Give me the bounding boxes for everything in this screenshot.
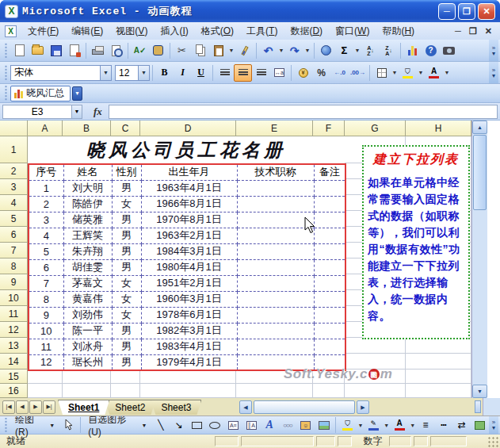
menu-e[interactable]: 编辑(E) — [65, 23, 109, 39]
table-cell[interactable]: 储英雅 — [63, 212, 112, 228]
menu-w[interactable]: 窗口(W) — [329, 23, 376, 39]
last-sheet-icon[interactable]: ▶| — [43, 400, 55, 414]
redo-dropdown[interactable]: ▼ — [303, 42, 311, 59]
vertical-textbox-icon[interactable]: ║A — [242, 416, 261, 434]
save-button[interactable] — [47, 42, 65, 59]
table-cell[interactable] — [237, 228, 314, 243]
fill-color-dropdown[interactable]: ▼ — [357, 416, 365, 434]
scroll-left-icon[interactable]: ◀ — [239, 400, 252, 414]
workbook-close-button[interactable]: ✕ — [485, 26, 492, 36]
cell-A16[interactable] — [28, 384, 63, 398]
table-cell[interactable] — [237, 339, 314, 354]
wordart-icon[interactable]: A — [261, 416, 279, 434]
line-color-dropdown[interactable]: ▼ — [383, 416, 391, 434]
column-header-e[interactable]: E — [236, 121, 313, 136]
table-cell[interactable]: 朱卉翔 — [63, 243, 112, 259]
row-header-6[interactable]: 6 — [0, 227, 28, 243]
menu-o[interactable]: 格式(O) — [195, 23, 240, 39]
row-header-4[interactable]: 4 — [0, 195, 28, 211]
toolbar-options-icon[interactable]: »▾ — [489, 62, 498, 83]
table-cell[interactable]: 10 — [29, 323, 63, 339]
table-cell[interactable]: 男 — [112, 243, 141, 259]
chevron-down-icon[interactable]: ▼ — [138, 66, 149, 80]
table-cell[interactable]: 琚长州 — [63, 354, 112, 370]
table-cell[interactable]: 男 — [112, 339, 141, 354]
arrow-style-icon[interactable]: ⇄ — [452, 416, 471, 434]
diagram-icon[interactable]: ○○○ — [279, 416, 297, 434]
select-all-corner[interactable] — [0, 121, 28, 136]
row-header-2[interactable]: 2 — [0, 163, 28, 179]
table-cell[interactable] — [314, 275, 345, 291]
table-header-cell[interactable]: 姓名 — [63, 164, 112, 180]
oval-icon[interactable] — [206, 416, 224, 434]
name-box[interactable]: E3 — [2, 105, 72, 119]
table-cell[interactable] — [237, 196, 314, 212]
row-header-5[interactable]: 5 — [0, 211, 28, 227]
increase-decimal-button[interactable]: ←.0 — [330, 64, 349, 82]
row-header-10[interactable]: 10 — [0, 290, 28, 306]
table-cell[interactable] — [314, 228, 345, 243]
paste-dropdown[interactable]: ▼ — [227, 42, 235, 59]
table-cell[interactable]: 陈皓伊 — [63, 196, 112, 212]
column-header-d[interactable]: D — [140, 121, 236, 136]
print-button[interactable] — [89, 42, 107, 59]
table-cell[interactable]: 5 — [29, 243, 63, 259]
table-cell[interactable]: 1970年8月1日 — [141, 212, 237, 228]
table-cell[interactable]: 茅嘉文 — [63, 275, 112, 291]
table-cell[interactable]: 3 — [29, 212, 63, 228]
table-cell[interactable] — [314, 259, 345, 275]
sort-ascending-button[interactable]: AZ↓ — [361, 42, 380, 59]
format-painter-button[interactable] — [235, 42, 254, 59]
table-cell[interactable]: 9 — [29, 307, 63, 323]
table-cell[interactable]: 6 — [29, 259, 63, 275]
table-cell[interactable] — [314, 291, 345, 307]
toolbar-options-icon[interactable]: »▾ — [489, 40, 498, 61]
next-sheet-icon[interactable]: ▶ — [29, 400, 42, 414]
table-cell[interactable]: 刘劲伟 — [63, 307, 112, 323]
tab-sheet1[interactable]: Sheet1 — [58, 400, 109, 415]
table-cell[interactable] — [314, 196, 345, 212]
table-cell[interactable] — [314, 243, 345, 259]
align-left-button[interactable] — [216, 64, 234, 82]
clipart-icon[interactable]: ☺ — [296, 416, 315, 434]
font-name-combo[interactable]: 宋体 ▼ — [10, 65, 112, 81]
table-cell[interactable] — [237, 259, 314, 275]
table-header-cell[interactable]: 备注 — [314, 164, 345, 180]
table-cell[interactable]: 男 — [112, 228, 141, 243]
workbook-restore-button[interactable]: ❐ — [469, 26, 477, 36]
close-button[interactable]: ✕ — [478, 3, 495, 20]
row-header-12[interactable]: 12 — [0, 322, 28, 338]
rectangle-icon[interactable] — [188, 416, 206, 434]
table-cell[interactable] — [237, 307, 314, 323]
maximize-button[interactable]: ❐ — [458, 3, 475, 20]
cell-H14[interactable] — [406, 354, 471, 370]
print-preview-button[interactable] — [107, 42, 125, 59]
shadow-style-icon[interactable] — [471, 416, 489, 434]
cell-B15[interactable] — [63, 370, 111, 384]
table-cell[interactable]: 陈一平 — [63, 323, 112, 339]
table-cell[interactable]: 4 — [29, 228, 63, 243]
table-header-cell[interactable]: 出生年月 — [141, 164, 237, 180]
research-button[interactable] — [149, 42, 167, 59]
toolbar-options-icon[interactable]: »▾ — [489, 416, 498, 434]
cell-H15[interactable] — [406, 370, 471, 384]
font-color-dropdown[interactable]: ▼ — [443, 64, 451, 82]
cell-D16[interactable] — [140, 384, 236, 398]
open-button[interactable] — [29, 42, 47, 59]
font-color-dropdown[interactable]: ▼ — [409, 416, 417, 434]
row-header-15[interactable]: 15 — [0, 370, 28, 384]
table-cell[interactable] — [237, 323, 314, 339]
table-cell[interactable] — [314, 180, 345, 196]
table-cell[interactable]: 1984年3月1日 — [141, 243, 237, 259]
table-cell[interactable]: 12 — [29, 354, 63, 370]
table-cell[interactable]: 1982年3月1日 — [141, 323, 237, 339]
resize-grip-icon[interactable] — [487, 436, 498, 447]
borders-button[interactable] — [372, 64, 391, 82]
cell-A15[interactable] — [28, 370, 63, 384]
table-cell[interactable]: 1951年2月1日 — [141, 275, 237, 291]
hyperlink-button[interactable] — [317, 42, 335, 59]
dash-style-icon[interactable]: ┅ — [434, 416, 452, 434]
menu-t[interactable]: 工具(T) — [240, 23, 284, 39]
row-header-9[interactable]: 9 — [0, 274, 28, 290]
cell-C16[interactable] — [111, 384, 140, 398]
